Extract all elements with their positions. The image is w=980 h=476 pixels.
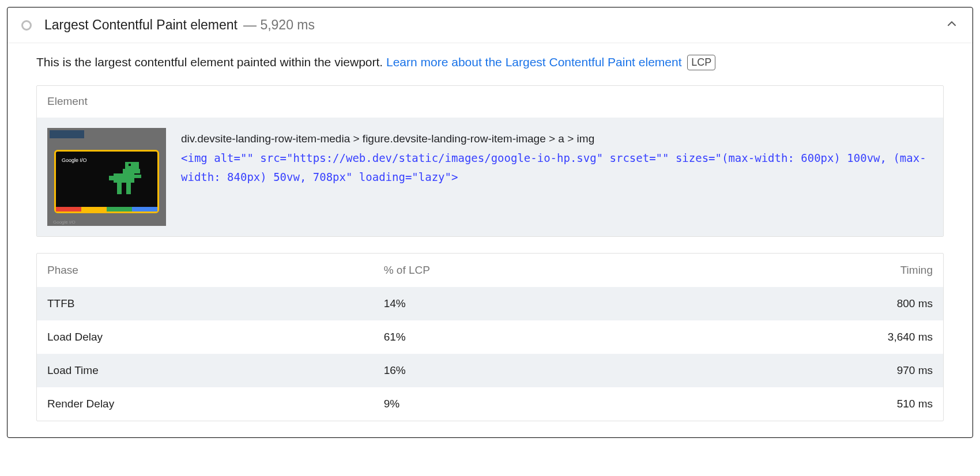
element-panel: Element Google I/O: [36, 85, 944, 237]
audit-title: Largest Contentful Paint element: [44, 17, 238, 33]
phase-pct: 14%: [384, 297, 668, 310]
metric-value: 5,920 ms: [260, 17, 315, 32]
phase-table: Phase % of LCP Timing TTFB 14% 800 ms Lo…: [36, 253, 944, 421]
status-circle-icon: [21, 20, 32, 31]
table-row: TTFB 14% 800 ms: [37, 287, 943, 320]
phase-name: Load Delay: [47, 331, 384, 343]
audit-body: This is the largest contentful element p…: [7, 43, 973, 437]
audit-header[interactable]: Largest Contentful Paint element — 5,920…: [7, 7, 973, 43]
element-thumbnail: Google I/O: [47, 128, 166, 226]
audit-description: This is the largest contentful element p…: [36, 54, 944, 70]
element-selector: div.devsite-landing-row-item-media > fig…: [181, 129, 933, 148]
phase-name: Load Time: [47, 364, 384, 377]
thumbnail-card-label: Google I/O: [62, 157, 87, 163]
col-timing-header: Timing: [667, 264, 933, 277]
phase-name: TTFB: [47, 297, 384, 310]
table-row: Load Time 16% 970 ms: [37, 354, 943, 387]
col-pct-header: % of LCP: [384, 264, 668, 277]
element-row: Google I/O: [37, 118, 943, 236]
metric-separator: —: [243, 17, 260, 32]
phase-pct: 9%: [384, 398, 668, 410]
dino-icon: [109, 162, 144, 197]
phase-pct: 16%: [384, 364, 668, 377]
phase-timing: 970 ms: [667, 364, 933, 377]
phase-table-header: Phase % of LCP Timing: [37, 254, 943, 287]
lcp-audit-card: Largest Contentful Paint element — 5,920…: [7, 7, 973, 438]
element-snippet: <img alt="" src="https://web.dev/static/…: [181, 149, 933, 187]
phase-timing: 3,640 ms: [667, 331, 933, 343]
element-details: div.devsite-landing-row-item-media > fig…: [181, 128, 933, 187]
chevron-up-icon[interactable]: [945, 17, 959, 33]
learn-more-link[interactable]: Learn more about the Largest Contentful …: [386, 55, 682, 69]
phase-timing: 510 ms: [667, 398, 933, 410]
table-row: Load Delay 61% 3,640 ms: [37, 320, 943, 354]
col-phase-header: Phase: [47, 264, 384, 277]
table-row: Render Delay 9% 510 ms: [37, 387, 943, 421]
phase-pct: 61%: [384, 331, 668, 343]
phase-timing: 800 ms: [667, 297, 933, 310]
element-panel-header: Element: [37, 86, 943, 118]
audit-metric: — 5,920 ms: [243, 17, 315, 33]
description-intro: This is the largest contentful element p…: [36, 55, 386, 69]
lcp-badge: LCP: [687, 55, 715, 70]
phase-name: Render Delay: [47, 398, 384, 410]
